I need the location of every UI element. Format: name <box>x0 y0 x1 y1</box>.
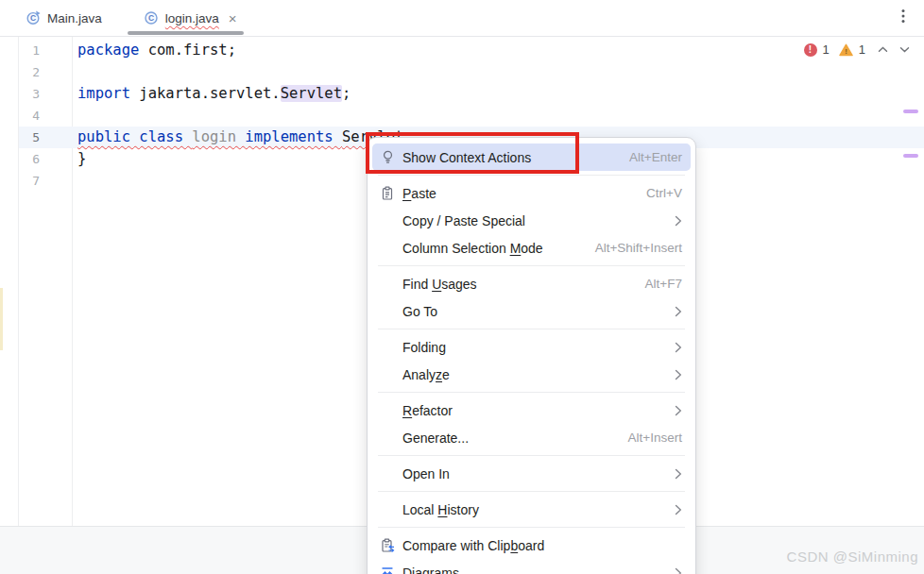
clipboard-icon <box>380 186 402 201</box>
line-number[interactable]: 1 <box>19 43 40 58</box>
menu-item-label: Paste <box>402 186 436 201</box>
menu-separator <box>378 455 685 456</box>
menu-item-label: Analyze <box>402 367 450 382</box>
context-menu: Show Context ActionsAlt+EnterPasteCtrl+V… <box>367 137 696 574</box>
menu-item-copy-paste-special[interactable]: Copy / Paste Special <box>372 207 691 234</box>
tab-login-java[interactable]: C login.java × <box>144 0 237 36</box>
svg-text:C: C <box>30 13 36 23</box>
menu-item-compare-with-clipboard[interactable]: Compare with Clipboard <box>372 532 691 559</box>
submenu-arrow-icon <box>675 342 682 353</box>
menu-separator <box>378 392 685 393</box>
menu-item-shortcut: Alt+Shift+Insert <box>595 241 682 255</box>
menu-separator <box>378 175 685 176</box>
menu-item-diagrams[interactable]: Diagrams <box>372 559 691 574</box>
line-number[interactable]: 2 <box>19 65 40 79</box>
menu-item-label: Go To <box>402 304 437 319</box>
menu-item-label: Copy / Paste Special <box>402 213 525 228</box>
compare-clipboard-icon <box>380 538 402 553</box>
menu-item-label: Compare with Clipboard <box>402 538 544 553</box>
watermark: CSDN @SiMinming <box>787 549 918 565</box>
menu-item-shortcut: Alt+Enter <box>629 150 682 164</box>
menu-item-shortcut: Alt+F7 <box>645 277 682 291</box>
menu-item-shortcut: Alt+Insert <box>628 430 682 445</box>
line-number[interactable]: 6 <box>19 152 40 166</box>
menu-item-label: Folding <box>402 340 446 355</box>
annotation-red-box <box>366 132 579 174</box>
line-number[interactable]: 3 <box>19 87 40 101</box>
code-line[interactable]: 4 <box>19 105 924 127</box>
class-icon: C <box>144 10 159 25</box>
menu-item-folding[interactable]: Folding <box>372 333 691 361</box>
code-line[interactable]: 1package com.first; <box>19 40 924 61</box>
line-number[interactable]: 5 <box>19 130 40 144</box>
menu-item-paste[interactable]: PasteCtrl+V <box>372 179 691 207</box>
svg-text:!: ! <box>845 46 847 55</box>
submenu-arrow-icon <box>675 369 682 380</box>
menu-item-refactor[interactable]: Refactor <box>372 397 691 424</box>
class-run-icon: C <box>26 10 41 25</box>
menu-item-label: Refactor <box>402 403 453 418</box>
submenu-arrow-icon <box>675 468 682 480</box>
tab-main-java[interactable]: C Main.java <box>26 0 102 36</box>
code-text: public class login implements Servlet <box>77 127 403 148</box>
menu-item-open-in[interactable]: Open In <box>372 460 691 487</box>
submenu-arrow-icon <box>675 405 682 416</box>
menu-separator <box>378 527 685 528</box>
tab-label: login.java <box>165 11 219 25</box>
chevron-down-icon[interactable] <box>897 46 913 53</box>
code-line[interactable]: 2 <box>19 61 924 83</box>
menu-item-label: Local History <box>402 502 479 517</box>
tab-label: Main.java <box>47 11 102 25</box>
close-icon[interactable]: × <box>229 11 237 25</box>
menu-item-analyze[interactable]: Analyze <box>372 361 691 388</box>
submenu-arrow-icon <box>675 567 682 574</box>
menu-item-label: Diagrams <box>402 566 459 574</box>
scrollbar-usage-mark[interactable] <box>903 110 918 113</box>
diagrams-icon <box>380 566 402 574</box>
menu-item-go-to[interactable]: Go To <box>372 297 691 325</box>
menu-item-generate[interactable]: Generate...Alt+Insert <box>372 424 691 451</box>
line-number[interactable]: 4 <box>19 109 40 123</box>
error-icon[interactable]: ! <box>804 43 817 57</box>
scrollbar-usage-mark[interactable] <box>903 154 918 158</box>
error-count: 1 <box>823 42 830 57</box>
svg-text:C: C <box>148 13 154 23</box>
menu-item-shortcut: Ctrl+V <box>646 186 682 200</box>
menu-separator <box>378 491 685 492</box>
menu-item-local-history[interactable]: Local History <box>372 496 691 523</box>
menu-separator <box>378 329 685 329</box>
submenu-arrow-icon <box>675 306 682 317</box>
menu-item-label: Open In <box>402 466 450 481</box>
menu-item-label: Find Usages <box>402 277 477 292</box>
menu-item-find-usages[interactable]: Find UsagesAlt+F7 <box>372 270 691 297</box>
code-text: import jakarta.servlet.Servlet; <box>77 83 351 105</box>
menu-item-label: Column Selection Mode <box>402 241 543 256</box>
code-text: package com.first; <box>77 40 236 61</box>
left-edge-stripe <box>0 288 3 350</box>
inspections-widget[interactable]: ! 1 ! 1 <box>804 42 913 57</box>
active-tab-underline <box>128 31 244 35</box>
warning-icon[interactable]: ! <box>839 43 853 57</box>
menu-item-column-selection-mode[interactable]: Column Selection ModeAlt+Shift+Insert <box>372 234 691 262</box>
chevron-up-icon[interactable] <box>875 46 891 53</box>
submenu-arrow-icon <box>675 504 682 515</box>
warning-count: 1 <box>859 42 865 57</box>
code-text: } <box>77 148 86 170</box>
line-number[interactable]: 7 <box>19 174 40 188</box>
editor-tab-bar: C Main.java C login.java × <box>0 0 924 37</box>
kebab-menu-icon[interactable] <box>894 6 913 30</box>
submenu-arrow-icon <box>675 215 682 227</box>
menu-item-label: Generate... <box>402 430 469 446</box>
code-line[interactable]: 3import jakarta.servlet.Servlet; <box>19 83 924 105</box>
menu-separator <box>378 265 685 266</box>
